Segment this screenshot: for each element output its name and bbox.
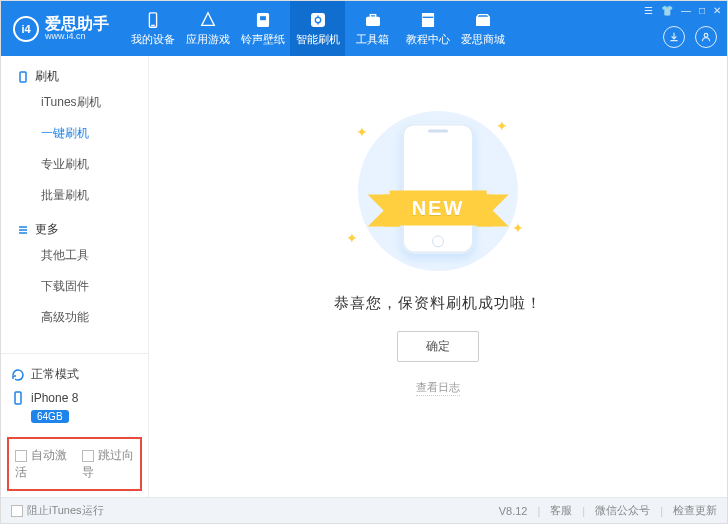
skip-wizard-checkbox[interactable]: 跳过向导 <box>82 447 135 481</box>
close-icon[interactable]: ✕ <box>713 5 721 16</box>
device-icon <box>144 11 162 29</box>
nav-tutorials[interactable]: 教程中心 <box>400 1 455 56</box>
sidebar-item-advanced[interactable]: 高级功能 <box>1 302 148 333</box>
nav-my-device[interactable]: 我的设备 <box>125 1 180 56</box>
wechat-link[interactable]: 微信公众号 <box>595 503 650 518</box>
header-right <box>663 26 717 48</box>
nav-label: 我的设备 <box>131 32 175 47</box>
brand-logo-icon: i4 <box>13 16 39 42</box>
sparkle-icon: ✦ <box>496 118 508 134</box>
book-icon <box>419 11 437 29</box>
separator: | <box>578 505 589 517</box>
success-message: 恭喜您，保资料刷机成功啦！ <box>334 294 542 313</box>
sparkle-icon: ✦ <box>346 230 358 246</box>
svg-rect-10 <box>20 72 26 82</box>
minimize-icon[interactable]: — <box>681 5 691 16</box>
device-status: 正常模式 iPhone 8 64GB <box>1 353 148 431</box>
footer: 阻止iTunes运行 V8.12 | 客服 | 微信公众号 | 检查更新 <box>1 497 727 523</box>
brand-name: 爱思助手 <box>45 16 109 32</box>
app-window: i4 爱思助手 www.i4.cn 我的设备 应用游戏 铃声壁纸 智能刷机 <box>0 0 728 524</box>
settings-icon[interactable]: ☰ <box>644 5 653 16</box>
sidebar-item-download-firmware[interactable]: 下载固件 <box>1 271 148 302</box>
nav-label: 工具箱 <box>356 32 389 47</box>
sparkle-icon: ✦ <box>356 124 368 140</box>
svg-rect-7 <box>422 13 433 26</box>
auto-activate-checkbox[interactable]: 自动激活 <box>15 447 68 481</box>
sidebar-group-more: 更多 <box>1 217 148 240</box>
sidebar-item-itunes-flash[interactable]: iTunes刷机 <box>1 87 148 118</box>
ribbon: NEW <box>390 191 487 226</box>
body: 刷机 iTunes刷机 一键刷机 专业刷机 批量刷机 更多 其他工具 下载固件 … <box>1 56 727 497</box>
sparkle-icon: ✦ <box>512 220 524 236</box>
header: i4 爱思助手 www.i4.cn 我的设备 应用游戏 铃声壁纸 智能刷机 <box>1 1 727 56</box>
user-button[interactable] <box>695 26 717 48</box>
support-link[interactable]: 客服 <box>550 503 572 518</box>
sidebar-item-oneclick-flash[interactable]: 一键刷机 <box>1 118 148 149</box>
nav-flash[interactable]: 智能刷机 <box>290 1 345 56</box>
nav-label: 铃声壁纸 <box>241 32 285 47</box>
options-highlight: 自动激活 跳过向导 <box>7 437 142 491</box>
nav-label: 应用游戏 <box>186 32 230 47</box>
main-content: ✦ ✦ ✦ ✦ NEW 恭喜您，保资料刷机成功啦！ 确定 查看日志 <box>149 56 727 497</box>
sidebar: 刷机 iTunes刷机 一键刷机 专业刷机 批量刷机 更多 其他工具 下载固件 … <box>1 56 149 497</box>
separator: | <box>656 505 667 517</box>
nav-toolbox[interactable]: 工具箱 <box>345 1 400 56</box>
sidebar-item-batch-flash[interactable]: 批量刷机 <box>1 180 148 211</box>
group-title: 更多 <box>35 221 59 238</box>
nav-label: 智能刷机 <box>296 32 340 47</box>
group-title: 刷机 <box>35 68 59 85</box>
device-row[interactable]: iPhone 8 <box>11 387 138 409</box>
block-itunes-label: 阻止iTunes运行 <box>27 504 104 516</box>
music-icon <box>254 11 272 29</box>
mode-row[interactable]: 正常模式 <box>11 362 138 387</box>
nav-label: 教程中心 <box>406 32 450 47</box>
refresh-icon <box>11 368 25 382</box>
more-icon <box>17 224 29 236</box>
checkbox-icon <box>82 450 94 462</box>
sidebar-item-pro-flash[interactable]: 专业刷机 <box>1 149 148 180</box>
separator: | <box>533 505 544 517</box>
nav-apps[interactable]: 应用游戏 <box>180 1 235 56</box>
toolbox-icon <box>364 11 382 29</box>
block-itunes-checkbox[interactable]: 阻止iTunes运行 <box>11 503 104 518</box>
svg-rect-3 <box>259 15 266 20</box>
main-nav: 我的设备 应用游戏 铃声壁纸 智能刷机 工具箱 教程中心 <box>125 1 510 56</box>
checkbox-icon <box>11 505 23 517</box>
checkbox-icon <box>15 450 27 462</box>
store-icon <box>474 11 492 29</box>
flash-icon <box>309 11 327 29</box>
svg-rect-5 <box>366 17 379 25</box>
maximize-icon[interactable]: □ <box>699 5 705 16</box>
version-label: V8.12 <box>499 505 528 517</box>
brand-url: www.i4.cn <box>45 32 109 41</box>
skin-icon[interactable]: 👕 <box>661 5 673 16</box>
nav-store[interactable]: 爱思商城 <box>455 1 510 56</box>
device-label: iPhone 8 <box>31 391 78 405</box>
nav-label: 爱思商城 <box>461 32 505 47</box>
svg-rect-14 <box>15 392 21 404</box>
brand: i4 爱思助手 www.i4.cn <box>1 16 119 42</box>
sidebar-group-flash: 刷机 <box>1 64 148 87</box>
sidebar-item-other-tools[interactable]: 其他工具 <box>1 240 148 271</box>
success-illustration: ✦ ✦ ✦ ✦ NEW <box>328 106 548 276</box>
view-log-link[interactable]: 查看日志 <box>416 380 460 396</box>
ok-button[interactable]: 确定 <box>397 331 479 362</box>
mode-label: 正常模式 <box>31 366 79 383</box>
nav-ringtones[interactable]: 铃声壁纸 <box>235 1 290 56</box>
svg-point-9 <box>704 33 708 37</box>
svg-rect-6 <box>370 14 375 17</box>
sidebar-scroll: 刷机 iTunes刷机 一键刷机 专业刷机 批量刷机 更多 其他工具 下载固件 … <box>1 56 148 353</box>
apps-icon <box>199 11 217 29</box>
illus-phone-icon <box>402 123 474 253</box>
phone-icon <box>17 71 29 83</box>
download-button[interactable] <box>663 26 685 48</box>
window-controls: ☰ 👕 — □ ✕ <box>644 5 721 16</box>
check-update-link[interactable]: 检查更新 <box>673 503 717 518</box>
ribbon-text: NEW <box>390 191 487 226</box>
device-small-icon <box>11 391 25 405</box>
capacity-badge: 64GB <box>31 410 69 423</box>
